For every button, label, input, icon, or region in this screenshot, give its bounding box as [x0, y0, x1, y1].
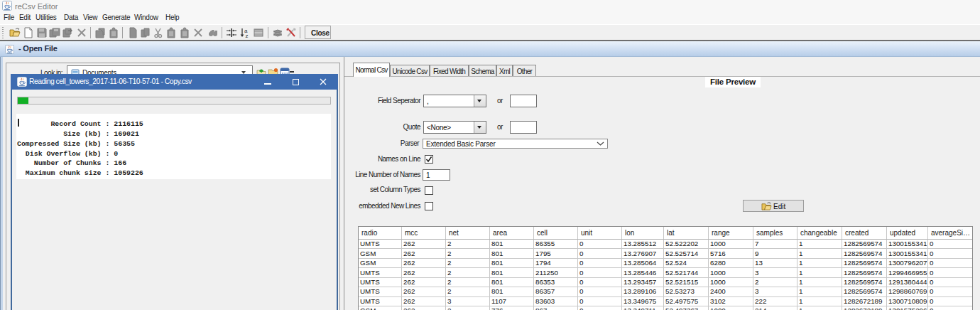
svg-text:z: z — [246, 33, 249, 38]
